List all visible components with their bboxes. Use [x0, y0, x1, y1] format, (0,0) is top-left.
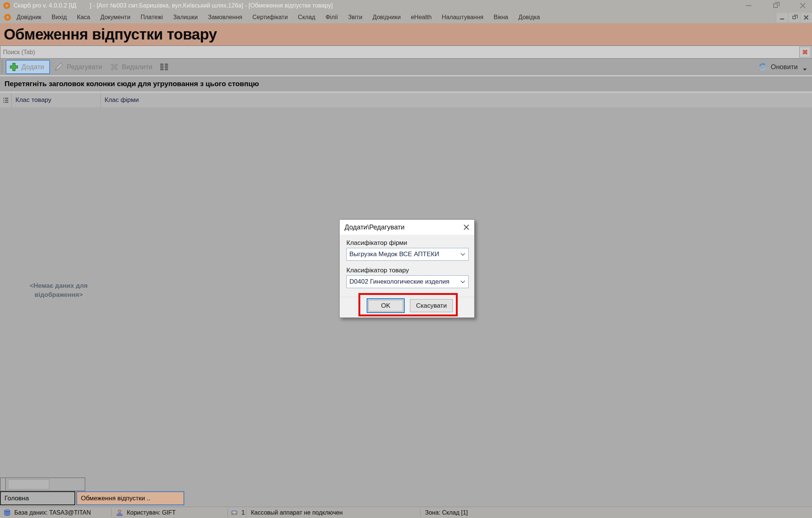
refresh-icon: [758, 62, 768, 72]
menu-dovidka[interactable]: Довідка: [518, 14, 540, 21]
app-logo-icon: [4, 14, 11, 21]
horizontal-scrollbar[interactable]: [0, 477, 85, 491]
column-header-klas-tovaru[interactable]: Клас товару: [12, 93, 101, 107]
minimize-icon: [780, 18, 784, 20]
ok-button[interactable]: OK: [367, 298, 405, 313]
product-classifier-select[interactable]: D0402 Гинекологические изделия: [346, 275, 469, 288]
tab-obmezhennya-vidpustky[interactable]: Обмеження відпустки ..: [76, 491, 184, 505]
menu-kasa[interactable]: Каса: [77, 14, 90, 21]
search-row: [0, 46, 812, 59]
chevron-down-icon: [803, 68, 807, 71]
chevron-down-icon: [457, 280, 468, 283]
red-x-icon: [801, 49, 809, 56]
menu-filii[interactable]: Філії: [325, 14, 338, 21]
row-indicator-cell: [0, 93, 12, 107]
user-icon: [116, 509, 123, 516]
add-button[interactable]: Додати: [6, 60, 50, 74]
status-database: База даних: TASA3@TITAN: [0, 507, 111, 518]
status-user-text: Користувач: GIFT: [127, 509, 176, 516]
restore-icon: [792, 16, 796, 19]
grid-header-row: Клас товару Клас фірми: [0, 93, 812, 107]
refresh-button[interactable]: Оновити: [758, 59, 807, 75]
menu-dokumenty[interactable]: Документи: [100, 14, 131, 21]
status-database-text: База даних: TASA3@TITAN: [14, 509, 91, 516]
menu-zvity[interactable]: Звіти: [348, 14, 362, 21]
group-by-panel: Перетягніть заголовок колонки сюди для у…: [0, 76, 812, 91]
chevron-down-icon: [457, 253, 468, 256]
status-zone-text: Зона: Склад [1]: [425, 509, 468, 516]
window-close-button[interactable]: [798, 1, 807, 11]
mdi-restore-button[interactable]: [788, 13, 800, 22]
column-header-klas-firmy[interactable]: Клас фірми: [101, 93, 161, 107]
menu-vyhid[interactable]: Вихід: [52, 14, 67, 21]
page-title: Обмеження відпустки товару: [0, 23, 812, 43]
menu-vikna[interactable]: Вікна: [493, 14, 508, 21]
status-cash-message-text: Кассовый аппарат не подключен: [251, 509, 343, 516]
group-by-hint: Перетягніть заголовок колонки сюди для у…: [0, 80, 259, 88]
mdi-window-controls: [776, 13, 812, 22]
dialog-close-button[interactable]: [462, 223, 471, 231]
add-edit-dialog: Додати\Редагувати Класифікатор фірми Выг…: [339, 219, 475, 318]
toolbar-grip: [1, 60, 3, 74]
status-cash-count: 1: [228, 507, 246, 518]
status-cash-count-text: 1: [241, 509, 245, 516]
statusbar: База даних: TASA3@TITAN Користувач: GIFT…: [0, 507, 812, 518]
scrollbar-thumb[interactable]: [8, 479, 49, 489]
window-title: Скарб pro v. 4.0.0.2 [ІД ] - [Апт №003 с…: [14, 2, 333, 9]
toolbar: Додати Редагувати Видалити: [0, 59, 812, 75]
menu-platezhi[interactable]: Платежі: [141, 14, 163, 21]
menu-zalyshky[interactable]: Залишки: [173, 14, 198, 21]
cash-register-icon: [231, 509, 238, 516]
tab-holovna[interactable]: Головна: [0, 491, 75, 505]
refresh-button-label: Оновити: [771, 63, 798, 71]
close-icon: [804, 15, 809, 20]
menu-nalashtuvannya[interactable]: Налаштування: [442, 14, 484, 21]
mdi-close-button[interactable]: [800, 13, 812, 22]
plus-icon: [9, 62, 18, 71]
divider: [340, 297, 474, 297]
close-icon: [463, 224, 469, 230]
titlebar: Скарб pro v. 4.0.0.2 [ІД ] - [Апт №003 с…: [0, 0, 812, 11]
minimize-icon: [746, 5, 751, 6]
restore-icon: [773, 3, 778, 8]
edit-button-label: Редагувати: [67, 63, 102, 71]
delete-button[interactable]: Видалити: [106, 60, 156, 74]
dialog-title: Додати\Редагувати: [340, 223, 405, 231]
menu-ehealth[interactable]: eHealth: [411, 14, 431, 21]
no-data-line1: <Немає даних для: [14, 281, 103, 290]
columns-button[interactable]: [156, 60, 173, 74]
window-minimize-button[interactable]: [744, 1, 753, 11]
mdi-minimize-button[interactable]: [776, 13, 788, 22]
status-user: Користувач: GIFT: [112, 507, 228, 518]
dialog-titlebar: Додати\Редагувати: [340, 220, 474, 235]
menubar: Довідник Вихід Каса Документи Платежі За…: [0, 11, 812, 23]
pencil-icon: [54, 62, 64, 72]
search-input[interactable]: [0, 46, 799, 58]
status-cash-message: Кассовый аппарат не подключен: [246, 507, 420, 518]
window-restore-button[interactable]: [771, 1, 780, 11]
firm-classifier-value: Выгрузка Медок ВСЕ АПТЕКИ: [347, 251, 457, 258]
app-logo-icon: [3, 2, 11, 9]
close-icon: [800, 3, 806, 9]
status-zone: Зона: Склад [1]: [420, 507, 468, 518]
delete-x-icon: [110, 62, 119, 71]
edit-button[interactable]: Редагувати: [50, 60, 106, 74]
menu-sertyfikaty[interactable]: Сертифікати: [252, 14, 288, 21]
product-classifier-label: Класифікатор товару: [346, 267, 409, 274]
menu-dovidnyk[interactable]: Довідник: [17, 14, 41, 21]
columns-icon: [160, 63, 169, 71]
product-classifier-value: D0402 Гинекологические изделия: [347, 278, 457, 286]
menu-sklad[interactable]: Склад: [298, 14, 315, 21]
cancel-button[interactable]: Скасувати: [410, 299, 453, 312]
delete-button-label: Видалити: [122, 63, 152, 71]
application-window: Скарб pro v. 4.0.0.2 [ІД ] - [Апт №003 с…: [0, 0, 812, 518]
page-title-band: Обмеження відпустки товару: [0, 23, 812, 46]
no-data-message: <Немає даних для відображення>: [14, 281, 103, 299]
menu-zamovlennya[interactable]: Замовлення: [208, 14, 242, 21]
scrollbar-left-cell[interactable]: [1, 478, 6, 491]
firm-classifier-label: Класифікатор фірми: [346, 239, 407, 247]
menu-dovidnyky[interactable]: Довідники: [372, 14, 401, 21]
clear-search-button[interactable]: [799, 47, 810, 58]
add-button-label: Додати: [21, 63, 44, 71]
firm-classifier-select[interactable]: Выгрузка Медок ВСЕ АПТЕКИ: [346, 248, 469, 261]
